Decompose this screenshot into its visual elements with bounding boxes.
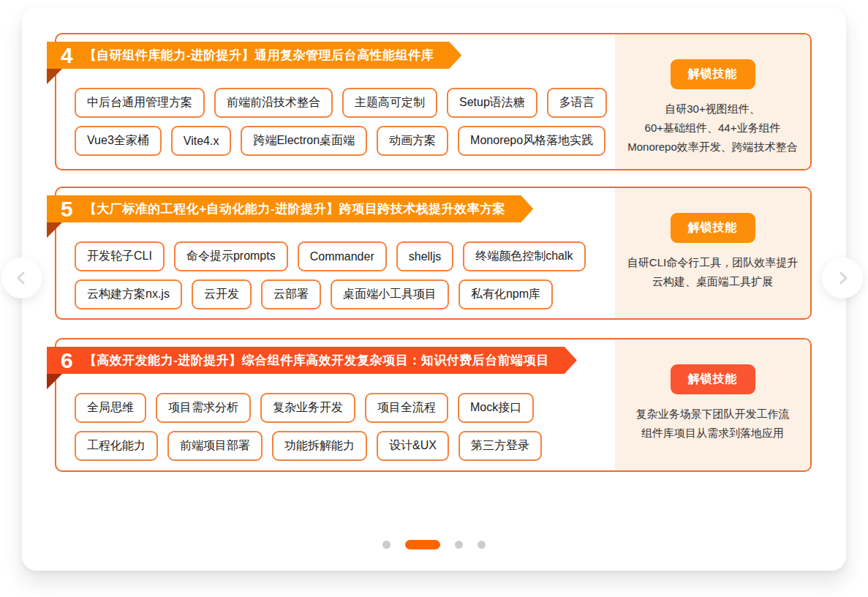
section-ribbon: 5 【大厂标准的工程化+自动化能力-进阶提升】跨项目跨技术栈提升效率方案 [47, 195, 533, 222]
skill-tag: Vue3全家桶 [75, 126, 162, 156]
skill-tag: 云部署 [261, 279, 321, 309]
course-section-card-5: 5 【大厂标准的工程化+自动化能力-进阶提升】跨项目跨技术栈提升效率方案 开发轮… [55, 187, 812, 320]
skill-tag: 命令提示prompts [174, 241, 288, 271]
ribbon-fold [47, 222, 62, 238]
ribbon-fold [47, 374, 62, 389]
section-number: 6 [61, 347, 73, 374]
skill-tag: 跨端Electron桌面端 [241, 126, 367, 156]
skills-description: 复杂业务场景下团队开发工作流 组件库项目从需求到落地应用 [615, 405, 810, 443]
section-ribbon: 6 【高效开发能力-进阶提升】综合组件库高效开发复杂项目：知识付费后台前端项目 [47, 347, 577, 374]
skill-tag: 主题高可定制 [342, 88, 437, 118]
skill-tag: 项目需求分析 [156, 393, 251, 423]
skill-tag: Monorepo风格落地实践 [458, 126, 605, 156]
next-slide-button[interactable] [822, 258, 863, 298]
pagination-dot[interactable] [478, 541, 486, 549]
skill-tag-list: 全局思维 项目需求分析 复杂业务开发 项目全流程 Mock接口 工程化能力 前端… [75, 393, 542, 461]
skills-description-line: 自研30+视图组件、 [618, 100, 807, 119]
chevron-right-icon [834, 269, 851, 287]
skill-tag: 云构建方案nx.js [75, 279, 182, 309]
skill-tag: shelljs [396, 241, 453, 271]
skill-tag: 多语言 [547, 88, 607, 118]
skill-tag: 终端颜色控制chalk [463, 241, 585, 271]
section-title: 【大厂标准的工程化+自动化能力-进阶提升】跨项目跨技术栈提升效率方案 [84, 200, 506, 217]
skills-description-line: 60+基础组件、44+业务组件 [618, 119, 807, 138]
course-section-card-6: 6 【高效开发能力-进阶提升】综合组件库高效开发复杂项目：知识付费后台前端项目 … [55, 338, 812, 472]
skills-description-line: 组件库项目从需求到落地应用 [618, 424, 807, 443]
skill-tag-row: 开发轮子CLI 命令提示prompts Commander shelljs 终端… [75, 241, 586, 271]
skills-description: 自研CLI命令行工具，团队效率提升 云构建、桌面端工具扩展 [615, 253, 810, 291]
unlock-skills-button[interactable]: 解锁技能 [671, 213, 755, 243]
skill-tag: 开发轮子CLI [75, 241, 165, 271]
skill-tag: Vite4.x [171, 126, 232, 156]
section-title: 【高效开发能力-进阶提升】综合组件库高效开发复杂项目：知识付费后台前端项目 [84, 352, 549, 369]
course-section-card-4: 4 【自研组件库能力-进阶提升】通用复杂管理后台高性能组件库 中后台通用管理方案… [55, 33, 812, 170]
chevron-left-icon [13, 269, 31, 287]
carousel-panel: 4 【自研组件库能力-进阶提升】通用复杂管理后台高性能组件库 中后台通用管理方案… [22, 7, 846, 571]
section-title: 【自研组件库能力-进阶提升】通用复杂管理后台高性能组件库 [84, 47, 434, 64]
unlock-panel: 解锁技能 自研CLI命令行工具，团队效率提升 云构建、桌面端工具扩展 [615, 188, 810, 318]
section-ribbon: 4 【自研组件库能力-进阶提升】通用复杂管理后台高性能组件库 [47, 42, 461, 69]
skill-tag: 前端前沿技术整合 [214, 88, 333, 118]
course-carousel-screen: 4 【自研组件库能力-进阶提升】通用复杂管理后台高性能组件库 中后台通用管理方案… [0, 0, 868, 597]
skills-description-line: Monorepo效率开发、跨端技术整合 [618, 138, 807, 157]
skill-tag: 中后台通用管理方案 [75, 88, 205, 118]
pagination-dot[interactable] [382, 541, 390, 549]
skill-tag: Mock接口 [458, 393, 534, 423]
skill-tag: 项目全流程 [365, 393, 448, 423]
prev-slide-button[interactable] [1, 258, 42, 298]
skills-description-line: 复杂业务场景下团队开发工作流 [618, 405, 807, 424]
skill-tag-row: Vue3全家桶 Vite4.x 跨端Electron桌面端 动画方案 Monor… [75, 126, 607, 156]
pagination-dot-active[interactable] [405, 540, 440, 549]
skills-description-line: 云构建、桌面端工具扩展 [618, 272, 807, 291]
carousel-pagination [22, 540, 846, 549]
skill-tag: 前端项目部署 [167, 431, 263, 461]
skill-tag: Setup语法糖 [447, 88, 537, 118]
skill-tag: 复杂业务开发 [260, 393, 355, 423]
unlock-skills-button[interactable]: 解锁技能 [671, 59, 755, 89]
skill-tag-row: 云构建方案nx.js 云开发 云部署 桌面端小工具项目 私有化npm库 [75, 279, 586, 309]
skill-tag: 全局思维 [75, 393, 146, 423]
unlock-panel: 解锁技能 复杂业务场景下团队开发工作流 组件库项目从需求到落地应用 [615, 339, 810, 470]
skills-description: 自研30+视图组件、 60+基础组件、44+业务组件 Monorepo效率开发、… [615, 100, 810, 157]
section-number: 4 [61, 42, 73, 69]
skill-tag: 私有化npm库 [458, 279, 553, 309]
skill-tag: 设计&UX [377, 431, 449, 461]
skill-tag: 工程化能力 [75, 431, 158, 461]
unlock-panel: 解锁技能 自研30+视图组件、 60+基础组件、44+业务组件 Monorepo… [615, 34, 810, 169]
skill-tag-row: 工程化能力 前端项目部署 功能拆解能力 设计&UX 第三方登录 [75, 431, 542, 461]
skill-tag-row: 中后台通用管理方案 前端前沿技术整合 主题高可定制 Setup语法糖 多语言 [75, 88, 607, 118]
skill-tag: 第三方登录 [458, 431, 542, 461]
skill-tag: 动画方案 [377, 126, 448, 156]
skills-description-line: 自研CLI命令行工具，团队效率提升 [618, 253, 807, 272]
skill-tag: Commander [298, 241, 387, 271]
skill-tag: 云开发 [192, 279, 252, 309]
section-number: 5 [61, 195, 73, 222]
pagination-dot[interactable] [455, 541, 463, 549]
skill-tag-row: 全局思维 项目需求分析 复杂业务开发 项目全流程 Mock接口 [75, 393, 542, 423]
skill-tag-list: 开发轮子CLI 命令提示prompts Commander shelljs 终端… [75, 241, 586, 309]
unlock-skills-button[interactable]: 解锁技能 [671, 364, 755, 394]
skill-tag: 功能拆解能力 [272, 431, 367, 461]
skill-tag: 桌面端小工具项目 [331, 279, 449, 309]
skill-tag-list: 中后台通用管理方案 前端前沿技术整合 主题高可定制 Setup语法糖 多语言 V… [75, 88, 607, 156]
ribbon-fold [47, 69, 62, 84]
